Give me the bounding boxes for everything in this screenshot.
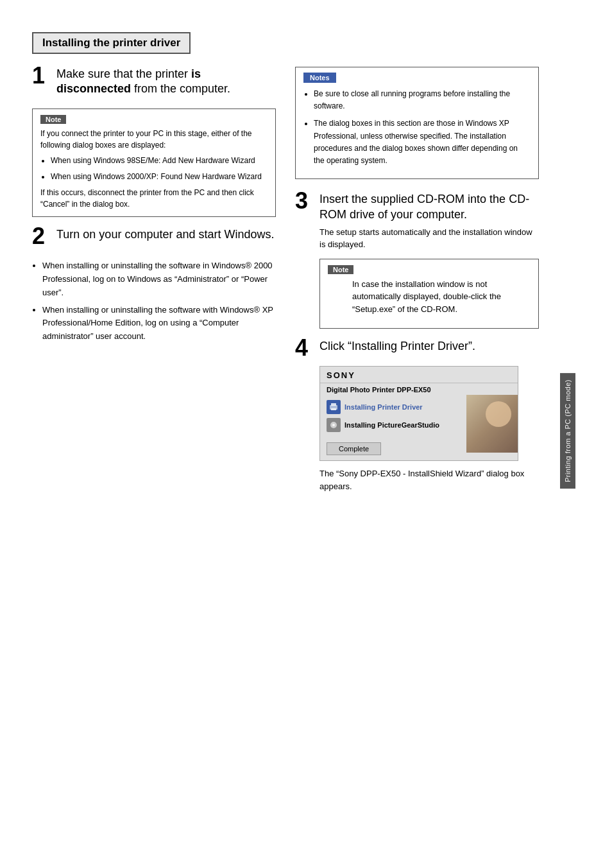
menu-item-2[interactable]: Installing PictureGearStudio — [327, 418, 460, 432]
menu-item-1[interactable]: Installing Printer Driver — [327, 400, 460, 414]
step-3-note-body: In case the installation window is not a… — [352, 278, 531, 316]
step-3-note-box: Note In case the installation window is … — [319, 259, 539, 329]
picturegear-icon — [327, 418, 341, 432]
step-4-number: 4 — [295, 336, 314, 360]
step-2-number: 2 — [32, 225, 51, 248]
list-item: When using Windows 2000/XP: Found New Ha… — [51, 171, 268, 183]
step-4-header: 4 Click “Installing Printer Driver”. — [295, 339, 539, 360]
step-1-note-bullets: When using Windows 98SE/Me: Add New Hard… — [51, 155, 268, 183]
menu-item-1-label: Installing Printer Driver — [344, 403, 423, 411]
step-1-note-footer: If this occurs, disconnect the printer f… — [40, 187, 268, 210]
sony-dialog-photo — [466, 395, 518, 453]
sony-dialog-title: Digital Photo Printer DPP-EX50 — [320, 383, 518, 395]
step-3-number: 3 — [295, 189, 314, 213]
sidebar-tab: Printing from a PC (PC mode) — [558, 19, 577, 842]
svg-point-4 — [332, 424, 335, 426]
step-3-note-label: Note — [328, 265, 353, 274]
menu-item-2-label: Installing PictureGearStudio — [344, 421, 439, 429]
sony-dialog: SONY Digital Photo Printer DPP-EX50 — [319, 366, 518, 461]
step-4-text: Click “Installing Printer Driver”. — [319, 339, 475, 354]
step-1-number: 1 — [32, 64, 51, 87]
sony-logo: SONY — [327, 370, 355, 380]
sony-dialog-body: Installing Printer Driver — [320, 395, 518, 460]
step-1-text: Make sure that the printer is disconnect… — [56, 67, 276, 97]
step-4-body: The “Sony DPP-EX50 - InstallShield Wizar… — [319, 467, 539, 492]
step-2-text: Turn on your computer and start Windows. — [56, 227, 274, 242]
step-2: 2 Turn on your computer and start Window… — [32, 227, 276, 248]
step-3-body: The setup starts automatically and the i… — [319, 226, 539, 251]
svg-rect-2 — [331, 408, 336, 410]
notes-box: Notes Be sure to close all running progr… — [295, 67, 539, 179]
svg-rect-1 — [331, 403, 336, 406]
step-1-note-label: Note — [40, 115, 66, 124]
notes-label: Notes — [303, 73, 336, 83]
step-3-header: 3 Insert the supplied CD-ROM into the CD… — [295, 192, 539, 222]
list-item: Be sure to close all running programs be… — [314, 88, 531, 112]
step-4: 4 Click “Installing Printer Driver”. SON… — [295, 339, 539, 492]
step-2-bullets: When installing or uninstalling the soft… — [42, 259, 276, 343]
notes-list: Be sure to close all running programs be… — [314, 88, 531, 167]
list-item: The dialog boxes in this section are tho… — [314, 117, 531, 167]
step-1-note-intro: If you connect the printer to your PC in… — [40, 128, 268, 151]
step-3: 3 Insert the supplied CD-ROM into the CD… — [295, 192, 539, 329]
list-item: When installing or uninstalling the soft… — [42, 304, 276, 343]
complete-button[interactable]: Complete — [327, 442, 381, 455]
step-1-note-box: Note If you connect the printer to your … — [32, 108, 276, 217]
sony-dialog-header: SONY — [320, 367, 518, 383]
printer-driver-icon — [327, 400, 341, 414]
list-item: When using Windows 98SE/Me: Add New Hard… — [51, 155, 268, 167]
sidebar-label: Printing from a PC (PC mode) — [560, 373, 575, 489]
section-title: Installing the printer driver — [32, 32, 191, 54]
list-item: When installing or uninstalling the soft… — [42, 259, 276, 299]
sony-dialog-left: Installing Printer Driver — [320, 395, 466, 460]
step-1: 1 Make sure that the printer is disconne… — [32, 67, 276, 97]
step-3-text: Insert the supplied CD-ROM into the CD-R… — [319, 192, 539, 222]
